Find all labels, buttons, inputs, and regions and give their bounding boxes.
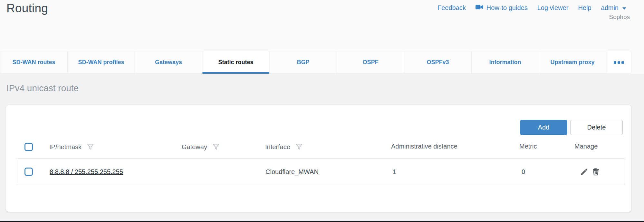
tab-label: OSPFv3 [427,59,449,66]
delete-trash-icon[interactable] [591,167,600,176]
admin-user-menu-label: admin [601,4,619,12]
filter-icon[interactable] [86,143,95,151]
row-checkbox[interactable] [24,168,33,176]
more-tabs-button[interactable] [606,51,631,73]
column-header-ip-netmask: IP/netmask [49,143,95,151]
edit-pencil-icon[interactable] [580,167,589,176]
tab-information[interactable]: Information [472,51,539,73]
caret-down-icon [622,4,627,12]
select-all-checkbox[interactable] [24,143,33,151]
section-title: IPv4 unicast route [6,83,79,93]
route-administrative-distance-value: 1 [392,168,396,175]
tab-bar: SD-WAN routes SD-WAN profiles Gateways S… [0,51,631,74]
help-link-label: Help [578,4,591,12]
column-header-label: Interface [265,143,290,151]
tab-label: Information [489,59,521,66]
route-ip-netmask-link[interactable]: 8.8.8.8 / 255.255.255.255 [50,168,123,175]
column-header-interface: Interface [265,143,303,151]
brand-label: Sophos [609,14,630,21]
column-header-label: Gateway [182,143,207,151]
delete-button[interactable]: Delete [570,120,623,135]
tab-label: Gateways [155,59,182,66]
filter-icon[interactable] [295,143,303,151]
route-interface-value: Cloudflare_MWAN [265,168,319,175]
log-viewer-link[interactable]: Log viewer [537,4,569,12]
admin-user-menu[interactable]: admin [601,4,627,12]
column-header-label: Metric [519,143,537,150]
top-header: Routing Feedback How-to guides Log viewe… [0,0,644,51]
table-row: 8.8.8.8 / 255.255.255.255 Cloudflare_MWA… [16,158,624,185]
content-area: IPv4 unicast route Add Delete IP/netmask… [0,74,644,221]
tab-label: SD-WAN profiles [78,59,124,66]
column-header-metric: Metric [519,143,537,150]
page-title: Routing [6,2,48,15]
column-header-administrative-distance: Administrative distance [391,143,457,150]
log-viewer-link-label: Log viewer [537,4,569,12]
tab-label: OSPF [362,59,378,66]
feedback-link-label: Feedback [437,4,466,12]
tab-sdwan-routes[interactable]: SD-WAN routes [0,51,68,73]
help-link[interactable]: Help [578,4,591,12]
more-horizontal-icon [614,61,624,64]
routes-table-card: Add Delete IP/netmask Gateway Interface … [6,105,631,212]
tab-upstream-proxy[interactable]: Upstream proxy [539,51,606,73]
tab-ospf[interactable]: OSPF [337,51,404,73]
column-header-manage: Manage [574,143,598,150]
tab-label: Static routes [218,59,253,66]
how-to-guides-link[interactable]: How-to guides [476,4,528,12]
tab-sdwan-profiles[interactable]: SD-WAN profiles [68,51,135,73]
tab-label: BGP [297,59,309,66]
video-camera-icon [476,4,484,12]
filter-icon[interactable] [212,143,220,151]
tab-gateways[interactable]: Gateways [135,51,202,73]
add-button[interactable]: Add [520,120,567,135]
column-header-label: IP/netmask [49,143,82,151]
column-header-gateway: Gateway [182,143,220,151]
tab-static-routes[interactable]: Static routes [202,51,270,73]
tab-bgp[interactable]: BGP [270,51,337,73]
column-header-label: Manage [574,143,598,150]
how-to-guides-link-label: How-to guides [486,4,528,12]
tab-label: SD-WAN routes [12,59,55,66]
tab-label: Upstream proxy [550,59,594,66]
row-manage-actions [580,167,600,176]
column-header-label: Administrative distance [391,143,457,150]
feedback-link[interactable]: Feedback [437,4,466,12]
tab-ospfv3[interactable]: OSPFv3 [404,51,472,73]
route-metric-value: 0 [522,168,525,175]
header-links: Feedback How-to guides Log viewer Help a… [437,4,627,12]
